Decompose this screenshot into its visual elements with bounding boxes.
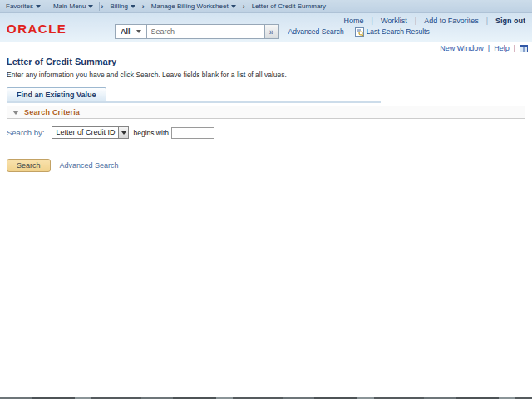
link-separator [514, 44, 515, 52]
chevron-down-icon [231, 5, 236, 8]
search-keyword-input[interactable] [171, 127, 214, 139]
chevron-down-icon [88, 5, 93, 8]
search-criteria-label: Search Criteria [24, 108, 80, 116]
search-scope-dropdown[interactable]: All [115, 24, 147, 39]
help-link[interactable]: Help [494, 44, 510, 52]
tab-row: Find an Existing Value [7, 86, 381, 103]
link-separator [486, 17, 488, 25]
advanced-search-link[interactable]: Advanced Search [60, 161, 119, 170]
search-field-selected-value: Letter of Credit ID [52, 127, 118, 138]
breadcrumb-manage-billing-worksheet[interactable]: Manage Billing Worksheet [145, 2, 242, 10]
add-to-favorites-link[interactable]: Add to Favorites [424, 17, 479, 25]
oracle-logo: ORACLE [7, 22, 66, 36]
search-scope-value: All [121, 27, 131, 36]
new-window-link[interactable]: New Window [440, 44, 484, 52]
advanced-search-link-header[interactable]: Advanced Search [288, 27, 344, 36]
search-criteria-header[interactable]: Search Criteria [7, 106, 525, 119]
breadcrumb-label: Favorites [6, 2, 33, 10]
global-search-bar: All Advanced Search Last Search Results [115, 24, 430, 39]
breadcrumb-favorites[interactable]: Favorites [0, 2, 47, 10]
breadcrumb-billing[interactable]: Billing [104, 2, 140, 10]
page-utility-links: New Window Help [440, 44, 528, 52]
global-search-input[interactable] [147, 24, 265, 39]
breadcrumb-label: Manage Billing Worksheet [151, 2, 229, 10]
chevron-down-icon [136, 30, 141, 33]
breadcrumb-label: Billing [110, 2, 127, 10]
link-separator [488, 44, 490, 52]
instruction-text: Enter any information you have and click… [7, 71, 287, 79]
app-header: ORACLE Home Worklist Add to Favorites Si… [0, 13, 532, 42]
select-dropdown-button[interactable] [118, 127, 128, 138]
search-by-label: Search by: [7, 128, 44, 137]
search-button[interactable]: Search [7, 159, 51, 172]
chevron-down-icon [121, 131, 126, 135]
sign-out-link[interactable]: Sign out [495, 17, 525, 25]
search-go-button[interactable] [265, 24, 279, 39]
breadcrumb-label: Main Menu [53, 2, 86, 10]
chevron-down-icon [131, 5, 135, 8]
search-by-row: Search by: Letter of Credit ID begins wi… [7, 126, 214, 139]
last-search-results-icon [355, 27, 364, 37]
collapse-triangle-icon[interactable] [12, 111, 19, 115]
search-field-select[interactable]: Letter of Credit ID [52, 126, 129, 139]
breadcrumb-label: Letter of Credit Summary [252, 2, 326, 10]
actions-row: Search Advanced Search [7, 159, 119, 172]
operator-label: begins with [133, 129, 169, 137]
tab-find-an-existing-value[interactable]: Find an Existing Value [7, 87, 106, 101]
breadcrumb-current-page: Letter of Credit Summary [246, 2, 332, 10]
personalize-page-icon[interactable] [520, 45, 528, 52]
breadcrumb-main-menu[interactable]: Main Menu [47, 2, 100, 10]
page-title: Letter of Credit Summary [7, 57, 116, 66]
breadcrumb: Favorites Main Menu Billing Manage Billi… [0, 0, 532, 13]
chevron-down-icon [36, 5, 41, 8]
last-search-results-label: Last Search Results [367, 27, 430, 36]
last-search-results-link[interactable]: Last Search Results [355, 27, 430, 37]
